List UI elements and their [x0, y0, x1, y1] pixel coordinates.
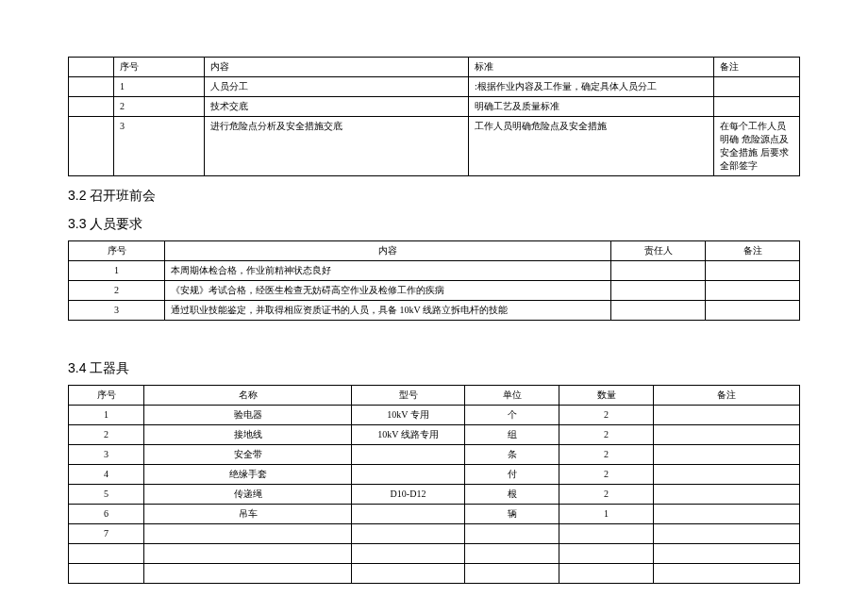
cell: 根: [465, 485, 559, 505]
cell: 安全带: [144, 445, 352, 465]
cell: 4: [69, 465, 144, 485]
cell: 3: [69, 301, 165, 321]
cell: 付: [465, 465, 559, 485]
cell: [611, 281, 706, 301]
cell: [69, 58, 114, 77]
cell: [352, 524, 465, 544]
cell: 条: [465, 445, 559, 465]
cell: 接地线: [144, 425, 352, 445]
table-row: 1 本周期体检合格，作业前精神状态良好: [69, 261, 800, 281]
cell: 吊车: [144, 505, 352, 524]
cell: 备注: [714, 58, 800, 77]
table-row: 1 验电器 10kV 专用 个 2: [69, 406, 800, 425]
table-row: 序号 内容 责任人 备注: [69, 241, 800, 261]
cell: 在每个工作人员明确 危险源点及安全措施 后要求全部签字: [714, 117, 800, 176]
cell: 通过职业技能鉴定，并取得相应资质证书的人员，具备 10kV 线路立拆电杆的技能: [165, 301, 611, 321]
table-section-3: 序号 名称 型号 单位 数量 备注 1 验电器 10kV 专用 个 2 2 接地…: [68, 385, 800, 584]
cell: 1: [69, 406, 144, 425]
table-row: 2 《安规》考试合格，经医生检查无妨碍高空作业及检修工作的疾病: [69, 281, 800, 301]
cell: 序号: [69, 386, 144, 406]
cell: 5: [69, 485, 144, 505]
cell: [144, 564, 352, 584]
cell: 备注: [654, 386, 800, 406]
cell: 本周期体检合格，作业前精神状态良好: [165, 261, 611, 281]
cell: [69, 544, 144, 564]
cell: [144, 524, 352, 544]
table-row: 序号 名称 型号 单位 数量 备注: [69, 386, 800, 406]
table-section-2: 序号 内容 责任人 备注 1 本周期体检合格，作业前精神状态良好 2 《安规》考…: [68, 240, 800, 321]
cell: [352, 465, 465, 485]
cell: [69, 564, 144, 584]
cell: [465, 564, 559, 584]
cell: [559, 544, 654, 564]
cell: 名称: [144, 386, 352, 406]
cell: 辆: [465, 505, 559, 524]
cell: 人员分工: [205, 77, 469, 97]
table-row: 5 传递绳 D10-D12 根 2: [69, 485, 800, 505]
table-row: 3 进行危险点分析及安全措施交底 工作人员明确危险点及安全措施 在每个工作人员明…: [69, 117, 800, 176]
cell: 单位: [465, 386, 559, 406]
cell: 内容: [205, 58, 469, 77]
cell: [352, 544, 465, 564]
table-row: 6 吊车 辆 1: [69, 505, 800, 524]
cell: [654, 564, 800, 584]
cell: 1: [114, 77, 205, 97]
cell: 3: [114, 117, 205, 176]
cell: [69, 97, 114, 117]
cell: 10kV 专用: [352, 406, 465, 425]
cell: [559, 524, 654, 544]
cell: [654, 524, 800, 544]
cell: [714, 97, 800, 117]
cell: 序号: [69, 241, 165, 261]
cell: [654, 425, 800, 445]
cell: 责任人: [611, 241, 706, 261]
table-row: 2 技术交底 明确工艺及质量标准: [69, 97, 800, 117]
cell: 标准: [469, 58, 714, 77]
cell: [654, 406, 800, 425]
cell: [559, 564, 654, 584]
cell: 2: [559, 465, 654, 485]
cell: [706, 301, 800, 321]
cell: 个: [465, 406, 559, 425]
cell: 2: [559, 445, 654, 465]
cell: :根据作业内容及工作量，确定具体人员分工: [469, 77, 714, 97]
cell: [69, 117, 114, 176]
cell: 传递绳: [144, 485, 352, 505]
cell: 2: [69, 281, 165, 301]
cell: [714, 77, 800, 97]
table-row: 3 通过职业技能鉴定，并取得相应资质证书的人员，具备 10kV 线路立拆电杆的技…: [69, 301, 800, 321]
cell: 绝缘手套: [144, 465, 352, 485]
table-row: 1 人员分工 :根据作业内容及工作量，确定具体人员分工: [69, 77, 800, 97]
cell: 3: [69, 445, 144, 465]
cell: [706, 261, 800, 281]
cell: [465, 544, 559, 564]
table-row: 3 安全带 条 2: [69, 445, 800, 465]
table-row: [69, 564, 800, 584]
cell: 工作人员明确危险点及安全措施: [469, 117, 714, 176]
cell: [352, 564, 465, 584]
cell: 6: [69, 505, 144, 524]
cell: [465, 524, 559, 544]
heading-3-2: 3.2 召开班前会: [68, 188, 800, 205]
cell: [611, 301, 706, 321]
cell: 2: [69, 425, 144, 445]
cell: 数量: [559, 386, 654, 406]
cell: 验电器: [144, 406, 352, 425]
cell: 2: [114, 97, 205, 117]
cell: 10kV 线路专用: [352, 425, 465, 445]
table-section-1: 序号 内容 标准 备注 1 人员分工 :根据作业内容及工作量，确定具体人员分工 …: [68, 57, 800, 176]
cell: [654, 445, 800, 465]
cell: 型号: [352, 386, 465, 406]
cell: [352, 445, 465, 465]
cell: [69, 77, 114, 97]
cell: [352, 505, 465, 524]
table-row: [69, 544, 800, 564]
cell: 进行危险点分析及安全措施交底: [205, 117, 469, 176]
cell: 2: [559, 425, 654, 445]
cell: 序号: [114, 58, 205, 77]
cell: 2: [559, 406, 654, 425]
cell: 《安规》考试合格，经医生检查无妨碍高空作业及检修工作的疾病: [165, 281, 611, 301]
cell: 备注: [706, 241, 800, 261]
cell: [654, 505, 800, 524]
cell: 1: [559, 505, 654, 524]
